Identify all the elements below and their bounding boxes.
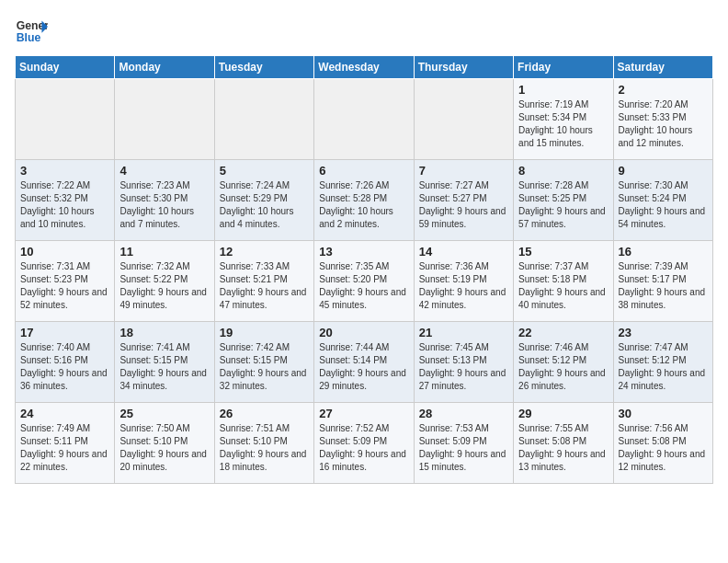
day-info: Sunrise: 7:33 AM Sunset: 5:21 PM Dayligh… xyxy=(220,260,309,312)
day-number: 18 xyxy=(119,326,209,339)
calendar-body: 1Sunrise: 7:19 AM Sunset: 5:34 PM Daylig… xyxy=(16,79,713,484)
day-info: Sunrise: 7:55 AM Sunset: 5:08 PM Dayligh… xyxy=(518,422,608,474)
day-number: 6 xyxy=(319,164,408,178)
calendar-cell: 6Sunrise: 7:26 AM Sunset: 5:28 PM Daylig… xyxy=(314,160,414,241)
calendar-week-2: 3Sunrise: 7:22 AM Sunset: 5:32 PM Daylig… xyxy=(16,160,713,241)
day-info: Sunrise: 7:28 AM Sunset: 5:25 PM Dayligh… xyxy=(518,179,608,231)
logo: General Blue xyxy=(15,15,51,48)
calendar-cell: 28Sunrise: 7:53 AM Sunset: 5:09 PM Dayli… xyxy=(414,403,513,484)
calendar-cell xyxy=(214,79,313,160)
calendar-cell: 1Sunrise: 7:19 AM Sunset: 5:34 PM Daylig… xyxy=(514,79,613,160)
day-number: 30 xyxy=(619,407,708,420)
day-number: 23 xyxy=(619,326,708,339)
day-number: 3 xyxy=(20,164,109,178)
day-header-monday: Monday xyxy=(115,56,214,79)
day-number: 10 xyxy=(20,245,109,259)
svg-text:Blue: Blue xyxy=(17,31,41,44)
day-info: Sunrise: 7:20 AM Sunset: 5:33 PM Dayligh… xyxy=(619,98,708,150)
day-number: 2 xyxy=(619,83,708,97)
day-info: Sunrise: 7:41 AM Sunset: 5:15 PM Dayligh… xyxy=(119,341,209,393)
calendar-cell: 15Sunrise: 7:37 AM Sunset: 5:18 PM Dayli… xyxy=(514,241,613,322)
day-header-tuesday: Tuesday xyxy=(214,56,313,79)
logo-icon: General Blue xyxy=(15,15,48,48)
day-number: 17 xyxy=(20,326,109,339)
calendar-cell: 22Sunrise: 7:46 AM Sunset: 5:12 PM Dayli… xyxy=(514,322,613,403)
calendar-cell: 29Sunrise: 7:55 AM Sunset: 5:08 PM Dayli… xyxy=(514,403,613,484)
calendar-cell xyxy=(314,79,414,160)
calendar-week-5: 24Sunrise: 7:49 AM Sunset: 5:11 PM Dayli… xyxy=(16,403,713,484)
day-number: 24 xyxy=(20,407,109,420)
day-number: 29 xyxy=(518,407,608,420)
day-info: Sunrise: 7:23 AM Sunset: 5:30 PM Dayligh… xyxy=(119,179,209,231)
calendar-cell: 27Sunrise: 7:52 AM Sunset: 5:09 PM Dayli… xyxy=(314,403,414,484)
calendar-cell: 5Sunrise: 7:24 AM Sunset: 5:29 PM Daylig… xyxy=(214,160,313,241)
calendar-cell: 11Sunrise: 7:32 AM Sunset: 5:22 PM Dayli… xyxy=(115,241,214,322)
day-number: 8 xyxy=(518,164,608,178)
day-number: 20 xyxy=(319,326,408,339)
day-number: 16 xyxy=(619,245,708,259)
day-info: Sunrise: 7:51 AM Sunset: 5:10 PM Dayligh… xyxy=(220,422,309,474)
day-info: Sunrise: 7:45 AM Sunset: 5:13 PM Dayligh… xyxy=(419,341,508,393)
calendar-cell xyxy=(414,79,513,160)
day-number: 13 xyxy=(319,245,408,259)
calendar-cell xyxy=(115,79,214,160)
day-number: 28 xyxy=(419,407,508,420)
day-number: 27 xyxy=(319,407,408,420)
calendar-cell: 25Sunrise: 7:50 AM Sunset: 5:10 PM Dayli… xyxy=(115,403,214,484)
calendar-cell: 12Sunrise: 7:33 AM Sunset: 5:21 PM Dayli… xyxy=(214,241,313,322)
day-number: 15 xyxy=(518,245,608,259)
day-info: Sunrise: 7:36 AM Sunset: 5:19 PM Dayligh… xyxy=(419,260,508,312)
day-number: 12 xyxy=(220,245,309,259)
day-number: 11 xyxy=(119,245,209,259)
day-number: 26 xyxy=(220,407,309,420)
calendar-cell: 19Sunrise: 7:42 AM Sunset: 5:15 PM Dayli… xyxy=(214,322,313,403)
day-info: Sunrise: 7:46 AM Sunset: 5:12 PM Dayligh… xyxy=(518,341,608,393)
day-header-thursday: Thursday xyxy=(414,56,513,79)
day-number: 22 xyxy=(518,326,608,339)
calendar-cell: 26Sunrise: 7:51 AM Sunset: 5:10 PM Dayli… xyxy=(214,403,313,484)
day-info: Sunrise: 7:19 AM Sunset: 5:34 PM Dayligh… xyxy=(518,98,608,150)
calendar-cell: 10Sunrise: 7:31 AM Sunset: 5:23 PM Dayli… xyxy=(16,241,115,322)
day-info: Sunrise: 7:24 AM Sunset: 5:29 PM Dayligh… xyxy=(220,179,309,231)
day-header-saturday: Saturday xyxy=(613,56,712,79)
day-number: 4 xyxy=(119,164,209,178)
calendar-cell: 21Sunrise: 7:45 AM Sunset: 5:13 PM Dayli… xyxy=(414,322,513,403)
calendar-cell: 17Sunrise: 7:40 AM Sunset: 5:16 PM Dayli… xyxy=(16,322,115,403)
calendar-cell: 23Sunrise: 7:47 AM Sunset: 5:12 PM Dayli… xyxy=(613,322,712,403)
day-info: Sunrise: 7:53 AM Sunset: 5:09 PM Dayligh… xyxy=(419,422,508,474)
day-header-wednesday: Wednesday xyxy=(314,56,414,79)
day-info: Sunrise: 7:37 AM Sunset: 5:18 PM Dayligh… xyxy=(518,260,608,312)
day-info: Sunrise: 7:32 AM Sunset: 5:22 PM Dayligh… xyxy=(119,260,209,312)
calendar-cell: 30Sunrise: 7:56 AM Sunset: 5:08 PM Dayli… xyxy=(613,403,712,484)
calendar-cell: 24Sunrise: 7:49 AM Sunset: 5:11 PM Dayli… xyxy=(16,403,115,484)
day-info: Sunrise: 7:26 AM Sunset: 5:28 PM Dayligh… xyxy=(319,179,408,231)
day-info: Sunrise: 7:52 AM Sunset: 5:09 PM Dayligh… xyxy=(319,422,408,474)
day-info: Sunrise: 7:47 AM Sunset: 5:12 PM Dayligh… xyxy=(619,341,708,393)
day-number: 9 xyxy=(619,164,708,178)
day-header-sunday: Sunday xyxy=(16,56,115,79)
day-info: Sunrise: 7:35 AM Sunset: 5:20 PM Dayligh… xyxy=(319,260,408,312)
calendar-cell: 9Sunrise: 7:30 AM Sunset: 5:24 PM Daylig… xyxy=(613,160,712,241)
calendar-cell: 13Sunrise: 7:35 AM Sunset: 5:20 PM Dayli… xyxy=(314,241,414,322)
calendar-cell: 7Sunrise: 7:27 AM Sunset: 5:27 PM Daylig… xyxy=(414,160,513,241)
calendar-header-row: SundayMondayTuesdayWednesdayThursdayFrid… xyxy=(16,56,713,79)
day-number: 21 xyxy=(419,326,508,339)
calendar-cell: 3Sunrise: 7:22 AM Sunset: 5:32 PM Daylig… xyxy=(16,160,115,241)
day-info: Sunrise: 7:31 AM Sunset: 5:23 PM Dayligh… xyxy=(20,260,109,312)
day-info: Sunrise: 7:39 AM Sunset: 5:17 PM Dayligh… xyxy=(619,260,708,312)
calendar-cell: 2Sunrise: 7:20 AM Sunset: 5:33 PM Daylig… xyxy=(613,79,712,160)
calendar-cell: 8Sunrise: 7:28 AM Sunset: 5:25 PM Daylig… xyxy=(514,160,613,241)
day-info: Sunrise: 7:56 AM Sunset: 5:08 PM Dayligh… xyxy=(619,422,708,474)
calendar-cell: 4Sunrise: 7:23 AM Sunset: 5:30 PM Daylig… xyxy=(115,160,214,241)
day-info: Sunrise: 7:49 AM Sunset: 5:11 PM Dayligh… xyxy=(20,422,109,474)
calendar-week-3: 10Sunrise: 7:31 AM Sunset: 5:23 PM Dayli… xyxy=(16,241,713,322)
calendar-table: SundayMondayTuesdayWednesdayThursdayFrid… xyxy=(15,55,713,484)
day-number: 1 xyxy=(518,83,608,97)
page-header: General Blue xyxy=(15,15,713,48)
day-number: 14 xyxy=(419,245,508,259)
day-info: Sunrise: 7:22 AM Sunset: 5:32 PM Dayligh… xyxy=(20,179,109,231)
day-info: Sunrise: 7:27 AM Sunset: 5:27 PM Dayligh… xyxy=(419,179,508,231)
calendar-week-4: 17Sunrise: 7:40 AM Sunset: 5:16 PM Dayli… xyxy=(16,322,713,403)
calendar-cell: 20Sunrise: 7:44 AM Sunset: 5:14 PM Dayli… xyxy=(314,322,414,403)
day-number: 5 xyxy=(220,164,309,178)
